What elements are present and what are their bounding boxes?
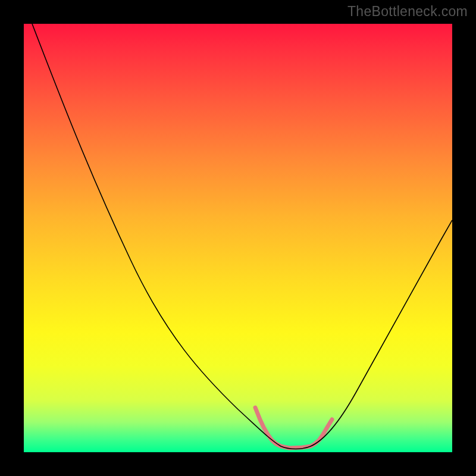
curve-svg bbox=[24, 24, 452, 452]
highlight-segment bbox=[255, 408, 332, 448]
curve-line bbox=[32, 24, 452, 449]
watermark-text: TheBottleneck.com bbox=[347, 4, 468, 20]
plot-area bbox=[24, 24, 452, 452]
chart-container: TheBottleneck.com bbox=[0, 0, 476, 476]
